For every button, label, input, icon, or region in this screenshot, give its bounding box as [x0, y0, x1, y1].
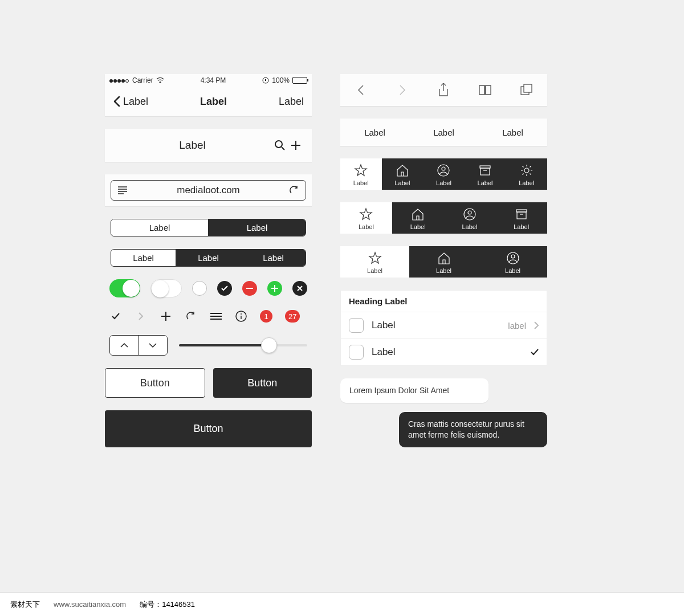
list: Heading Label Label label Label [340, 290, 547, 366]
url-field[interactable]: medialoot.com [111, 180, 306, 201]
svg-point-10 [524, 168, 529, 173]
home-icon [396, 164, 409, 177]
close-circle-icon[interactable] [292, 281, 307, 296]
check-circle-icon[interactable] [217, 281, 232, 296]
book-icon [478, 84, 492, 96]
chevron-right-icon[interactable] [135, 310, 147, 323]
archive-icon [515, 207, 528, 221]
tab-star[interactable]: Label [340, 246, 409, 278]
tab-user[interactable]: Label [423, 158, 465, 190]
tabbar-5: Label Label Label Label Label [340, 158, 547, 190]
tab-star[interactable]: Label [340, 202, 392, 234]
page-footer: 素材天下 www.sucaitianxia.com 编号：14146531 [0, 592, 684, 616]
tabs-icon [520, 84, 533, 96]
refresh-icon[interactable] [185, 310, 197, 323]
tabbar-4: Label Label Label Label [340, 202, 547, 234]
tab-user[interactable]: Label [478, 246, 547, 278]
lock-rotation-icon [262, 77, 269, 84]
tab-settings[interactable]: Label [506, 158, 547, 190]
tabs-3: Label Label Label [340, 119, 547, 146]
nav-back-button[interactable]: Label [113, 96, 148, 108]
seg-item[interactable]: Label [111, 219, 209, 236]
svg-rect-9 [481, 168, 490, 175]
url-text: medialoot.com [128, 185, 288, 196]
segmented-2[interactable]: Label Label [111, 219, 306, 236]
switch-off[interactable] [150, 279, 182, 297]
stepper-down[interactable] [139, 336, 167, 355]
tab-item[interactable]: Label [409, 119, 478, 146]
battery-pct-label: 100% [272, 76, 290, 84]
back-button[interactable] [353, 82, 369, 98]
tab-archive[interactable]: Label [495, 202, 547, 234]
badge-count: 1 [260, 310, 272, 323]
signal-dots-icon [109, 76, 129, 84]
seg-item[interactable]: Label [241, 250, 306, 266]
radio-empty[interactable] [192, 281, 207, 296]
badge-count: 27 [285, 310, 300, 323]
nav-right-button[interactable]: Label [279, 96, 304, 108]
seg-item[interactable]: Label [111, 250, 176, 266]
title-bar: Label [105, 129, 312, 162]
list-row-label: Label [372, 346, 523, 358]
archive-icon [478, 164, 492, 177]
segmented-3[interactable]: Label Label Label [111, 249, 306, 267]
tab-home[interactable]: Label [382, 158, 424, 190]
seg-item[interactable]: Label [209, 219, 306, 236]
footer-brand[interactable]: 素材天下 [10, 599, 40, 610]
share-icon [438, 83, 449, 97]
tab-archive[interactable]: Label [465, 158, 506, 190]
list-row[interactable]: Label [341, 338, 547, 365]
tab-home[interactable]: Label [392, 202, 444, 234]
tab-home[interactable]: Label [409, 246, 478, 278]
tab-item[interactable]: Label [478, 119, 547, 146]
plus-circle-icon[interactable] [267, 281, 282, 296]
gear-icon [520, 164, 534, 177]
bookmarks-button[interactable] [477, 82, 493, 98]
tab-user[interactable]: Label [444, 202, 496, 234]
forward-button[interactable] [394, 82, 410, 98]
checkmark-icon [531, 349, 539, 356]
button-dark[interactable]: Button [213, 368, 312, 398]
slider[interactable] [179, 344, 307, 346]
reload-button[interactable] [288, 186, 300, 195]
home-icon [437, 251, 451, 265]
search-button[interactable] [272, 140, 288, 151]
list-row-label: Label [372, 320, 500, 331]
tab-item[interactable]: Label [340, 119, 409, 146]
stepper[interactable] [109, 335, 168, 356]
list-row[interactable]: Label label [341, 312, 547, 338]
chat-bubble-incoming: Lorem Ipsum Dolor Sit Amet [340, 378, 488, 403]
stepper-up[interactable] [110, 336, 139, 355]
svg-rect-8 [480, 166, 490, 168]
user-icon [463, 207, 477, 221]
chat: Lorem Ipsum Dolor Sit Amet Cras mattis c… [340, 378, 547, 447]
info-icon[interactable] [235, 310, 247, 323]
checkbox[interactable] [349, 345, 364, 360]
button-light[interactable]: Button [105, 368, 205, 398]
tabs-button[interactable] [519, 82, 535, 98]
minus-circle-icon[interactable] [242, 281, 257, 296]
list-icon[interactable] [210, 310, 222, 323]
plus-icon[interactable] [160, 310, 172, 323]
reader-icon[interactable] [117, 186, 128, 194]
checkmark-icon[interactable] [109, 310, 122, 323]
navbar-panel: Carrier 4:34 PM 100% Label Label Label [105, 74, 312, 116]
svg-point-3 [241, 313, 242, 315]
switch-on[interactable] [109, 279, 140, 297]
browser-toolbar [340, 74, 547, 106]
nav-back-label: Label [123, 96, 148, 108]
chevron-left-icon [113, 96, 121, 107]
button-full[interactable]: Button [105, 410, 312, 447]
slider-knob[interactable] [261, 337, 277, 353]
chat-bubble-outgoing: Cras mattis consectetur purus sit amet f… [399, 412, 547, 447]
add-button[interactable] [288, 140, 304, 151]
tab-star[interactable]: Label [340, 158, 382, 190]
toggle-row [105, 279, 312, 297]
share-button[interactable] [435, 82, 451, 98]
svg-rect-14 [517, 212, 526, 219]
star-icon [354, 164, 368, 177]
carrier-label: Carrier [132, 76, 153, 84]
seg-item[interactable]: Label [176, 250, 241, 266]
url-bar-panel: medialoot.com [105, 174, 312, 206]
checkbox[interactable] [349, 318, 364, 333]
